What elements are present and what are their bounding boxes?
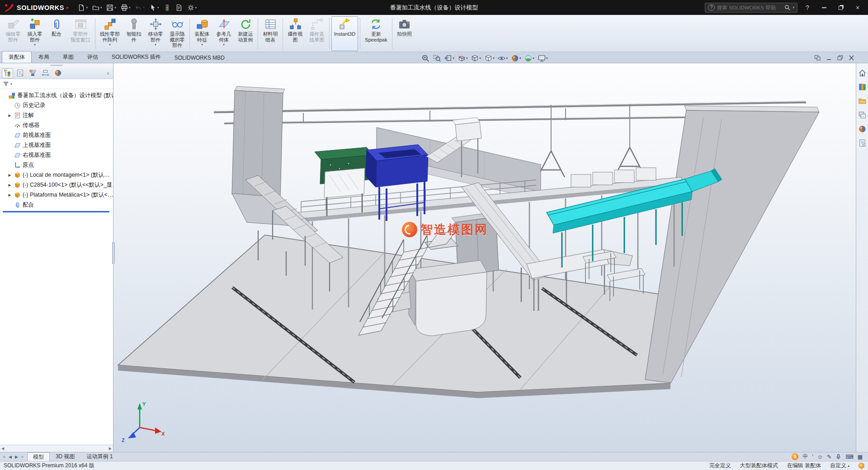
bill-of-materials-button[interactable]: 材料明 细表 <box>260 16 281 51</box>
tab-scroll-prev-button[interactable]: ◀ <box>7 455 13 459</box>
graphics-area[interactable]: ▾ ▾ ▾ ▾ ▾ ▾ ▾ ▾ <box>113 63 856 452</box>
apply-scene-button[interactable]: ▾ <box>524 53 536 63</box>
take-snapshot-button[interactable]: 拍快照 <box>394 16 415 51</box>
zoom-fit-button[interactable] <box>420 53 430 63</box>
tab-scroll-last-button[interactable]: » <box>20 455 25 459</box>
panel-horizontal-scrollbar[interactable]: ◀ ▶ <box>0 445 113 452</box>
ime-toolbox-button[interactable]: ▦ <box>858 454 863 460</box>
expander-icon[interactable]: ▶ <box>7 173 12 177</box>
tab-assembly[interactable]: 装配体 <box>2 51 32 63</box>
design-library-button[interactable] <box>857 82 867 92</box>
tree-item-component-local-de-montagem[interactable]: ▶(-) Local de montagem<1> (默认… <box>2 170 113 180</box>
tree-item-right-plane[interactable]: 右视基准面 <box>2 150 113 160</box>
resource-monitor-icon[interactable] <box>859 463 864 469</box>
view-orientation-button[interactable]: ▾ <box>470 53 482 63</box>
section-view-button[interactable]: ▾ <box>457 53 469 63</box>
ime-punctuation-toggle[interactable]: ’ <box>812 454 813 460</box>
ime-handwriting-button[interactable]: ✎ <box>827 454 831 460</box>
previous-view-button[interactable]: ▾ <box>443 53 455 63</box>
panel-resize-handle[interactable] <box>112 242 115 264</box>
view-palette-button[interactable] <box>857 110 867 120</box>
open-document-button[interactable]: ▾ <box>90 3 104 13</box>
tab-3d-views[interactable]: 3D 视图 <box>50 452 81 461</box>
view-settings-button[interactable]: ▾ <box>537 53 549 63</box>
document-tile-button[interactable] <box>815 55 821 61</box>
document-close-button[interactable] <box>849 55 854 61</box>
tree-item-history[interactable]: 历史记录 <box>2 100 113 110</box>
panel-flyout-chevron[interactable]: › <box>105 70 111 76</box>
search-box[interactable]: ? ▾ <box>705 3 797 13</box>
update-speedpak-button[interactable]: 更新 Speedpak <box>362 16 390 51</box>
propertymanager-tab[interactable] <box>14 68 26 78</box>
expander-icon[interactable]: ▶ <box>7 183 12 187</box>
tree-item-front-plane[interactable]: 前视基准面 <box>2 130 113 140</box>
tree-item-top-plane[interactable]: 上视基准面 <box>2 140 113 150</box>
expander-icon[interactable]: ▶ <box>7 193 12 197</box>
print-button[interactable]: ▾ <box>119 3 132 13</box>
component-preview-window-button[interactable]: 零部件 预览窗口 <box>68 16 93 51</box>
tab-scroll-first-button[interactable]: « <box>2 455 7 459</box>
tree-item-root[interactable]: 番薯加工流水线（设备）设计模型 (默认… <box>2 90 113 100</box>
appearances-scenes-button[interactable] <box>857 124 867 134</box>
tree-item-mates[interactable]: 配合 <box>2 200 113 210</box>
configurationmanager-tab[interactable] <box>27 68 38 78</box>
status-customize-button[interactable]: 自定义▴ <box>830 462 849 470</box>
reference-geometry-button[interactable]: 参考几 何体▾ <box>213 16 234 51</box>
assembly-features-button[interactable]: 装配体 特征▾ <box>192 16 212 51</box>
new-document-button[interactable]: ▾ <box>76 3 90 13</box>
select-button[interactable]: ▾ <box>147 3 161 13</box>
restore-button[interactable] <box>834 2 848 13</box>
ime-microphone-button[interactable] <box>835 454 841 460</box>
show-hidden-components-button[interactable]: 显示隐 藏的零 部件 <box>167 16 188 51</box>
linear-component-pattern-button[interactable]: 线性零部 件阵列▾ <box>97 16 123 51</box>
tree-item-sensors[interactable]: 传感器 <box>2 120 113 130</box>
tab-layout[interactable]: 布局 <box>32 51 56 63</box>
file-explorer-button[interactable] <box>857 96 867 106</box>
ime-language-toggle[interactable]: 中 <box>802 453 808 461</box>
new-motion-study-button[interactable]: 新建运 动算例 <box>235 16 256 51</box>
rollback-bar[interactable] <box>3 211 109 212</box>
document-minimize-button[interactable] <box>826 55 832 61</box>
edit-component-button[interactable]: 编辑零 部件 <box>3 16 24 51</box>
search-caret-icon[interactable]: ▾ <box>793 6 794 9</box>
ime-emoji-button[interactable]: ☺ <box>817 454 823 460</box>
instant3d-button[interactable]: Instant3D <box>331 16 358 51</box>
tab-evaluate[interactable]: 评估 <box>80 51 105 63</box>
edit-appearance-button[interactable]: ▾ <box>510 53 522 63</box>
panel-top-splitter[interactable] <box>0 63 113 67</box>
options-button[interactable]: ▾ <box>185 3 199 13</box>
custom-properties-button[interactable] <box>857 138 867 148</box>
display-style-button[interactable]: ▾ <box>483 53 495 63</box>
save-button[interactable]: ▾ <box>104 3 118 13</box>
close-button[interactable]: × <box>851 2 864 13</box>
minimize-button[interactable] <box>817 2 831 13</box>
mate-button[interactable]: 配合 <box>46 16 67 51</box>
help-button[interactable]: ? <box>801 2 814 13</box>
tab-sketch[interactable]: 草图 <box>56 51 80 63</box>
undo-button[interactable]: ▾ <box>133 3 146 13</box>
taskpane-home-button[interactable] <box>857 68 867 78</box>
panel-scroll-right-button[interactable]: ▶ <box>109 446 112 451</box>
tab-motion-study-1[interactable]: 运动算例 1 <box>81 452 119 461</box>
search-icon[interactable] <box>784 5 790 10</box>
tree-item-component-plataforma-metalica[interactable]: ▶(-) Plataforma Metálica<1> (默认<… <box>2 190 113 200</box>
search-input[interactable] <box>717 5 782 10</box>
zoom-area-button[interactable] <box>432 53 442 63</box>
expander-icon[interactable]: ▶ <box>7 113 12 118</box>
tab-scroll-next-button[interactable]: ▶ <box>14 455 19 459</box>
featuremanager-tab[interactable] <box>2 68 13 78</box>
ime-keyboard-button[interactable]: ⌨ <box>845 454 853 460</box>
sogou-ime-logo-icon[interactable]: S <box>792 453 798 460</box>
tab-solidworks-addins[interactable]: SOLIDWORKS 插件 <box>105 51 168 63</box>
tree-item-origin[interactable]: 原点 <box>2 160 113 170</box>
filter-caret-icon[interactable]: ▾ <box>10 82 12 86</box>
tab-model[interactable]: 模型 <box>27 452 50 461</box>
tree-item-component-c2854-100[interactable]: ▶(-) C2854-100<1> (默认<<默认>_显… <box>2 180 113 190</box>
filter-funnel-icon[interactable] <box>3 81 9 87</box>
explode-line-sketch-button[interactable]: 爆炸直 线草图 <box>307 16 327 51</box>
panel-scroll-left-button[interactable]: ◀ <box>1 446 4 451</box>
smart-fasteners-button[interactable]: 智能扣 件 <box>123 16 144 51</box>
document-restore-button[interactable] <box>837 55 843 61</box>
displaymanager-tab[interactable] <box>52 68 64 78</box>
exploded-view-button[interactable]: 爆炸视 图 <box>285 16 306 51</box>
